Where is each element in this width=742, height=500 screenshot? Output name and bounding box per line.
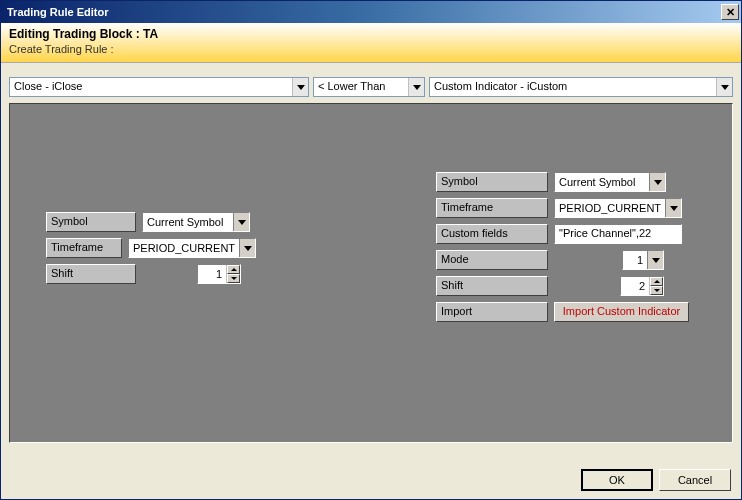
create-rule-label: Create Trading Rule : — [9, 43, 733, 55]
left-shift-value: 1 — [198, 268, 226, 280]
field-row-symbol: Symbol Current Symbol — [436, 172, 696, 192]
timeframe-label: Timeframe — [436, 198, 548, 218]
chevron-down-icon — [665, 199, 681, 217]
mode-label: Mode — [436, 250, 548, 270]
field-row-shift: Shift 2 — [436, 276, 696, 296]
close-icon: ✕ — [726, 6, 735, 19]
spin-up-button[interactable] — [650, 277, 663, 286]
right-symbol-value: Current Symbol — [555, 174, 649, 190]
spinner-buttons — [649, 277, 663, 295]
symbol-label: Symbol — [436, 172, 548, 192]
right-timeframe-select[interactable]: PERIOD_CURRENT — [554, 198, 682, 218]
dropdown-icon — [292, 78, 308, 96]
spin-down-button[interactable] — [227, 274, 240, 283]
field-row-shift: Shift 1 — [46, 264, 256, 284]
chevron-down-icon — [233, 213, 249, 231]
dropdown-icon — [408, 78, 424, 96]
left-operand-panel: Symbol Current Symbol Timeframe PERIOD_C… — [46, 212, 256, 290]
close-button[interactable]: ✕ — [721, 4, 739, 20]
import-custom-indicator-button[interactable]: Import Custom Indicator — [554, 302, 689, 322]
field-row-custom-fields: Custom fields "Price Channel",22 — [436, 224, 696, 244]
right-operand-value: Custom Indicator - iCustom — [430, 78, 716, 96]
left-operand-value: Close - iClose — [10, 78, 292, 96]
chevron-down-icon — [649, 173, 665, 191]
left-shift-spinner[interactable]: 1 — [197, 264, 241, 284]
field-row-mode: Mode 1 — [436, 250, 696, 270]
cancel-button[interactable]: Cancel — [659, 469, 731, 491]
dialog-button-row: OK Cancel — [581, 469, 731, 491]
custom-fields-input[interactable]: "Price Channel",22 — [554, 224, 682, 244]
editing-block-label: Editing Trading Block : TA — [9, 27, 733, 41]
field-row-symbol: Symbol Current Symbol — [46, 212, 256, 232]
titlebar: Trading Rule Editor ✕ — [1, 1, 741, 23]
right-symbol-select[interactable]: Current Symbol — [554, 172, 666, 192]
trading-rule-editor-window: Trading Rule Editor ✕ Editing Trading Bl… — [0, 0, 742, 500]
right-shift-spinner[interactable]: 2 — [620, 276, 664, 296]
spin-down-button[interactable] — [650, 286, 663, 295]
chevron-down-icon — [647, 251, 663, 269]
left-timeframe-select[interactable]: PERIOD_CURRENT — [128, 238, 256, 258]
field-row-timeframe: Timeframe PERIOD_CURRENT — [46, 238, 256, 258]
right-operand-select[interactable]: Custom Indicator - iCustom — [429, 77, 733, 97]
window-title: Trading Rule Editor — [7, 6, 721, 18]
left-symbol-select[interactable]: Current Symbol — [142, 212, 250, 232]
work-area: Symbol Current Symbol Timeframe PERIOD_C… — [9, 103, 733, 443]
left-symbol-value: Current Symbol — [143, 214, 233, 230]
shift-label: Shift — [46, 264, 136, 284]
import-label: Import — [436, 302, 548, 322]
right-mode-select[interactable]: 1 — [622, 250, 664, 270]
right-timeframe-value: PERIOD_CURRENT — [555, 200, 665, 216]
symbol-label: Symbol — [46, 212, 136, 232]
rule-selector-row: Close - iClose < Lower Than Custom Indic… — [1, 63, 741, 101]
header-strip: Editing Trading Block : TA Create Tradin… — [1, 23, 741, 63]
spin-up-button[interactable] — [227, 265, 240, 274]
chevron-down-icon — [239, 239, 255, 257]
spinner-buttons — [226, 265, 240, 283]
operator-select[interactable]: < Lower Than — [313, 77, 425, 97]
ok-button[interactable]: OK — [581, 469, 653, 491]
field-row-import: Import Import Custom Indicator — [436, 302, 696, 322]
operator-value: < Lower Than — [314, 78, 408, 96]
field-row-timeframe: Timeframe PERIOD_CURRENT — [436, 198, 696, 218]
timeframe-label: Timeframe — [46, 238, 122, 258]
right-mode-value: 1 — [623, 252, 647, 268]
shift-label: Shift — [436, 276, 548, 296]
left-timeframe-value: PERIOD_CURRENT — [129, 240, 239, 256]
right-shift-value: 2 — [621, 280, 649, 292]
left-operand-select[interactable]: Close - iClose — [9, 77, 309, 97]
dropdown-icon — [716, 78, 732, 96]
custom-fields-label: Custom fields — [436, 224, 548, 244]
right-operand-panel: Symbol Current Symbol Timeframe PERIOD_C… — [436, 172, 696, 328]
